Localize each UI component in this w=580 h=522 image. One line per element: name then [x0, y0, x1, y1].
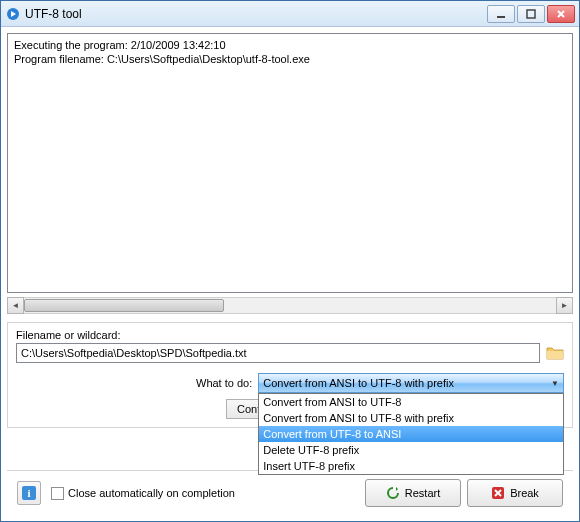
- what-to-do-combo-wrap: Convert from ANSI to UTF-8 with prefix ▼…: [258, 373, 564, 393]
- browse-folder-icon[interactable]: [546, 345, 564, 361]
- dropdown-item[interactable]: Convert from ANSI to UTF-8: [259, 394, 563, 410]
- scroll-thumb[interactable]: [24, 299, 224, 312]
- dropdown-item[interactable]: Delete UTF-8 prefix: [259, 442, 563, 458]
- break-label: Break: [510, 487, 539, 499]
- break-button[interactable]: Break: [467, 479, 563, 507]
- restart-icon: [386, 486, 400, 500]
- content-area: Executing the program: 2/10/2009 13:42:1…: [1, 27, 579, 521]
- close-auto-wrap: Close automatically on completion: [51, 487, 235, 500]
- restart-button[interactable]: Restart: [365, 479, 461, 507]
- titlebar[interactable]: UTF-8 tool: [1, 1, 579, 27]
- filename-row: [16, 343, 564, 363]
- svg-rect-1: [497, 16, 505, 18]
- restart-label: Restart: [405, 487, 440, 499]
- combo-selected-text: Convert from ANSI to UTF-8 with prefix: [263, 377, 454, 389]
- what-to-do-label: What to do:: [196, 377, 252, 389]
- scroll-right-arrow[interactable]: ►: [556, 297, 573, 314]
- app-icon: [5, 6, 21, 22]
- dropdown-item[interactable]: Convert from UTF-8 to ANSI: [259, 426, 563, 442]
- bottom-bar: i Close automatically on completion Rest…: [7, 470, 573, 515]
- log-line: Program filename: C:\Users\Softpedia\Des…: [14, 52, 566, 66]
- filename-input[interactable]: [16, 343, 540, 363]
- minimize-button[interactable]: [487, 5, 515, 23]
- filename-label: Filename or wildcard:: [16, 329, 564, 341]
- svg-text:i: i: [27, 487, 30, 499]
- what-to-do-dropdown: Convert from ANSI to UTF-8Convert from A…: [258, 393, 564, 475]
- close-button[interactable]: [547, 5, 575, 23]
- log-line: Executing the program: 2/10/2009 13:42:1…: [14, 38, 566, 52]
- info-button[interactable]: i: [17, 481, 41, 505]
- close-auto-label: Close automatically on completion: [68, 487, 235, 499]
- window-title: UTF-8 tool: [25, 7, 487, 21]
- horizontal-scrollbar[interactable]: ◄ ►: [7, 297, 573, 314]
- app-window: UTF-8 tool Executing the program: 2/10/2…: [0, 0, 580, 522]
- file-group: Filename or wildcard: What to do: Conver…: [7, 322, 573, 428]
- chevron-down-icon: ▼: [551, 379, 559, 388]
- dropdown-item[interactable]: Convert from ANSI to UTF-8 with prefix: [259, 410, 563, 426]
- break-icon: [491, 486, 505, 500]
- scroll-track[interactable]: [24, 297, 556, 314]
- dropdown-item[interactable]: Insert UTF-8 prefix: [259, 458, 563, 474]
- window-controls: [487, 5, 575, 23]
- maximize-button[interactable]: [517, 5, 545, 23]
- log-output: Executing the program: 2/10/2009 13:42:1…: [7, 33, 573, 293]
- what-to-do-row: What to do: Convert from ANSI to UTF-8 w…: [16, 373, 564, 393]
- close-auto-checkbox[interactable]: [51, 487, 64, 500]
- scroll-left-arrow[interactable]: ◄: [7, 297, 24, 314]
- what-to-do-combobox[interactable]: Convert from ANSI to UTF-8 with prefix ▼: [258, 373, 564, 393]
- svg-rect-2: [527, 10, 535, 18]
